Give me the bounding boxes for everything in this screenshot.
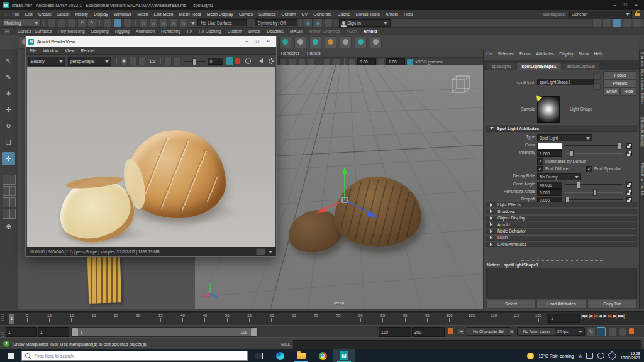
focus-button[interactable]: Focus	[603, 71, 637, 79]
undo-icon[interactable]: ↶	[77, 19, 86, 28]
ipr-render-icon[interactable]: ◉	[314, 19, 323, 28]
step-back-frame-button[interactable]: |◀	[589, 314, 592, 319]
color-management-icon[interactable]	[226, 57, 233, 65]
menu-item[interactable]: Mesh	[137, 12, 148, 16]
close-button[interactable]: ×	[631, 1, 641, 9]
illuminates-checkbox[interactable]: ✓	[537, 158, 543, 165]
hide-button[interactable]: Hide	[620, 87, 637, 96]
shelf-tab[interactable]: Rigging	[115, 29, 130, 33]
viewport-color-management-icon[interactable]	[406, 58, 414, 65]
select-object-icon[interactable]	[113, 19, 122, 28]
mel-command-input[interactable]	[293, 340, 641, 350]
tab-attribute-editor[interactable]: Attribute Editor	[640, 117, 644, 147]
pin-node-icon[interactable]	[593, 73, 601, 80]
attribute-section-header[interactable]: Extra Attributes	[486, 241, 637, 247]
weather-sun-icon[interactable]	[527, 353, 534, 359]
exposure-slider[interactable]	[184, 58, 206, 64]
taskbar-search[interactable]	[21, 351, 248, 361]
snap-grid-icon[interactable]: ∩	[139, 19, 148, 28]
shelf-tab[interactable]: Motion Graphics	[309, 29, 340, 33]
arnold-shelf-ipr-icon[interactable]	[294, 36, 306, 48]
light-type-dropdown[interactable]: Spot Light	[537, 134, 592, 141]
clock[interactable]: 15:08 18/10/2021	[620, 351, 640, 360]
minimize-button[interactable]: –	[609, 1, 620, 9]
map-texture-icon[interactable]	[626, 190, 632, 195]
shelf-tab[interactable]: XGen	[346, 29, 357, 33]
viewport-ao-icon[interactable]	[298, 58, 306, 65]
viewport-exposure-field[interactable]: 0.00	[357, 58, 376, 65]
animation-preferences-clock-icon[interactable]	[618, 327, 627, 336]
notes-textarea[interactable]	[486, 268, 637, 299]
aov-browse-icon[interactable]	[129, 57, 136, 65]
tool-settings-toggle-icon[interactable]	[623, 19, 631, 28]
viewport-motion-blur-icon[interactable]	[308, 58, 315, 65]
arnold-shelf-mesh-light-icon[interactable]	[340, 36, 352, 48]
volume-muted-icon[interactable]	[597, 353, 604, 359]
load-attributes-button[interactable]: Load Attributes	[536, 300, 587, 309]
attribute-section-header[interactable]: Light Effects	[486, 202, 637, 207]
color-swatch[interactable]	[537, 143, 562, 150]
live-surface-field[interactable]: No Live Surface	[197, 19, 247, 26]
go-to-start-button[interactable]: |◀◀	[581, 314, 587, 319]
penumbra-angle-field[interactable]: 0.000	[537, 189, 562, 196]
layout-four-pane-button[interactable]	[3, 186, 16, 196]
viewport-isolate-select-icon[interactable]	[323, 58, 331, 65]
chrome-taskbar-button[interactable]	[312, 349, 333, 362]
shelf-menu-icon[interactable]: —	[3, 28, 11, 35]
shelf-tab[interactable]: FX	[187, 29, 192, 33]
maya-taskbar-button[interactable]: M	[333, 349, 355, 362]
tray-expand-chevron-icon[interactable]: ∧	[579, 353, 582, 359]
move-tool-icon[interactable]: ✛	[2, 103, 15, 116]
stop-render-icon[interactable]	[235, 58, 240, 64]
viewport-exposure-icon[interactable]	[348, 58, 356, 65]
layout-two-pane-button[interactable]	[3, 197, 16, 207]
new-scene-icon[interactable]	[47, 19, 56, 28]
select-button[interactable]: Select	[486, 300, 536, 309]
emit-specular-checkbox[interactable]: ✓	[586, 166, 592, 172]
scale-tool-icon[interactable]: ❒	[2, 136, 15, 149]
menu-item[interactable]: Arnold	[386, 12, 398, 16]
viewport-gamma-field[interactable]: 1.00	[386, 58, 405, 65]
menu-item[interactable]: Curves	[239, 12, 253, 16]
arnold-shelf-skydome-icon[interactable]	[325, 36, 336, 48]
timeline-ruler[interactable]: 1 51015202530354045505560657075808590951…	[6, 312, 547, 326]
play-backwards-button[interactable]: ◀	[599, 314, 601, 319]
renderview-menu-item[interactable]: File	[30, 48, 36, 53]
attribute-editor-menu-item[interactable]: List	[486, 52, 493, 56]
notes-divider[interactable]	[521, 260, 603, 261]
region-render-icon[interactable]	[164, 57, 172, 65]
menu-item[interactable]: Mesh Display	[207, 12, 233, 16]
current-frame-field[interactable]: 1	[548, 314, 580, 323]
playback-range-slider[interactable]: 1 120	[71, 327, 258, 337]
exposure-value-field[interactable]: 0	[208, 58, 223, 65]
attribute-editor-menu-item[interactable]: Help	[594, 52, 603, 56]
map-texture-icon[interactable]	[626, 151, 632, 156]
move-manipulator[interactable]	[302, 159, 390, 228]
view-cube-icon[interactable]	[450, 74, 472, 99]
menu-item[interactable]: Display	[94, 12, 108, 16]
mel-label[interactable]: MEL	[281, 342, 290, 346]
show-button[interactable]: Show	[603, 87, 620, 96]
menu-item[interactable]: Generate	[313, 12, 331, 16]
set-key-character-icon[interactable]	[629, 328, 634, 334]
shelf-tab[interactable]: Arnold	[364, 29, 377, 33]
map-texture-icon[interactable]	[626, 182, 632, 188]
menu-item[interactable]: Mesh Tools	[179, 12, 201, 16]
display-tray-icon[interactable]	[586, 353, 593, 359]
menu-item[interactable]: Cache	[337, 12, 350, 16]
menu-item[interactable]: Windows	[114, 12, 131, 16]
layout-single-pane-button[interactable]	[3, 175, 16, 185]
layout-persp-outliner-button[interactable]	[3, 209, 16, 219]
paint-selection-tool-icon[interactable]: ✳	[2, 87, 15, 100]
viewport-shadows-icon[interactable]	[289, 58, 296, 65]
attribute-editor-toggle-icon[interactable]	[613, 19, 621, 28]
shelf-tab[interactable]: MASH	[290, 29, 303, 33]
redo-icon[interactable]: ↷	[87, 19, 96, 28]
go-to-end-button[interactable]: ▶▶|	[618, 314, 624, 319]
home-icon[interactable]: ⌂	[4, 11, 7, 18]
attribute-section-header[interactable]: Object Display	[486, 215, 637, 221]
attribute-editor-menu-item[interactable]: Display	[559, 52, 573, 56]
renderview-menu-item[interactable]: Render	[80, 48, 95, 53]
attribute-section-header[interactable]: Arnold	[486, 222, 637, 228]
shelf-tab[interactable]: Sculpting	[91, 29, 109, 33]
